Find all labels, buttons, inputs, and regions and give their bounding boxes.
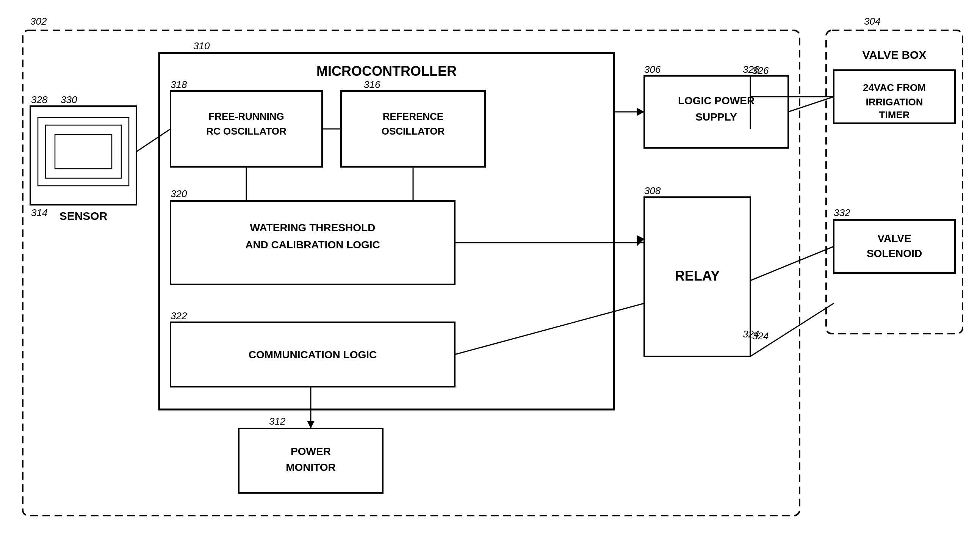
ref-330: 330 (60, 94, 77, 105)
comm-logic-label: COMMUNICATION LOGIC (248, 349, 377, 361)
vac-label-3: TIMER (879, 109, 910, 121)
ref-328: 328 (31, 94, 48, 105)
vac-label-2: IRRIGATION (865, 96, 923, 108)
microcontroller-label: MICROCONTROLLER (317, 63, 457, 79)
valve-box-title: VALVE BOX (862, 49, 927, 61)
valve-solenoid-label-2: SOLENOID (867, 248, 922, 259)
watering-label-2: AND CALIBRATION LOGIC (245, 239, 380, 251)
ref-320: 320 (170, 188, 187, 199)
valve-solenoid-box (834, 220, 955, 273)
logic-power-label-1: LOGIC POWER (678, 95, 754, 107)
ref-324-line: 324 (752, 330, 768, 342)
vac-label-1: 24VAC FROM (863, 82, 926, 93)
line-324-h (750, 303, 834, 357)
valve-solenoid-label-1: VALVE (877, 232, 911, 244)
diagram-container: 302 304 VALVE BOX 24VAC FROM IRRIGATION … (0, 0, 980, 538)
ref-332: 332 (834, 207, 850, 218)
ref-302: 302 (30, 16, 47, 27)
power-monitor-box (239, 428, 383, 493)
ref-326-line: 326 (752, 65, 769, 76)
ref-314: 314 (31, 207, 48, 218)
arrow-mc-logicpwr (637, 108, 644, 116)
arrow-watering-relay (637, 235, 644, 247)
free-running-label-2: RC OSCILLATOR (206, 126, 286, 137)
free-running-label-1: FREE-RUNNING (208, 111, 284, 122)
ref-316: 316 (364, 79, 380, 90)
reference-osc-label-1: REFERENCE (383, 111, 443, 122)
ref-312: 312 (269, 415, 286, 427)
power-monitor-label-1: POWER (291, 446, 331, 457)
power-monitor-label-2: MONITOR (286, 462, 336, 473)
ref-322: 322 (170, 310, 187, 322)
sensor-box (30, 106, 137, 205)
arrow-comm-power (307, 421, 315, 428)
ref-310: 310 (193, 40, 210, 52)
reference-osc-label-2: OSCILLATOR (382, 126, 445, 137)
relay-label: RELAY (675, 268, 720, 283)
watering-label-1: WATERING THRESHOLD (250, 222, 375, 234)
logic-power-label-2: SUPPLY (695, 111, 737, 123)
ref-318: 318 (170, 79, 187, 90)
line-relay-solenoid (750, 247, 834, 280)
ref-306: 306 (644, 64, 661, 75)
sensor-label: SENSOR (59, 210, 108, 222)
ref-308: 308 (644, 185, 661, 196)
ref-304: 304 (864, 16, 880, 27)
